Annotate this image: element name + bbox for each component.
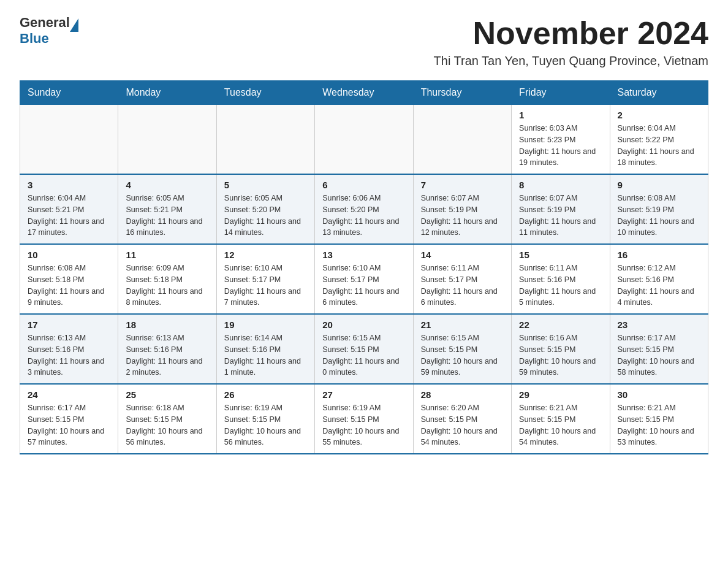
calendar-day-cell: 20Sunrise: 6:15 AM Sunset: 5:15 PM Dayli… xyxy=(315,314,413,384)
calendar-day-cell: 1Sunrise: 6:03 AM Sunset: 5:23 PM Daylig… xyxy=(512,105,610,175)
day-info: Sunrise: 6:11 AM Sunset: 5:16 PM Dayligh… xyxy=(519,262,602,308)
weekday-header-thursday: Thursday xyxy=(413,81,511,105)
day-number: 26 xyxy=(224,389,307,400)
calendar-day-cell: 2Sunrise: 6:04 AM Sunset: 5:22 PM Daylig… xyxy=(610,105,708,175)
calendar-day-cell xyxy=(118,105,216,175)
day-info: Sunrise: 6:20 AM Sunset: 5:15 PM Dayligh… xyxy=(421,402,504,448)
day-number: 7 xyxy=(421,180,504,190)
day-number: 25 xyxy=(126,389,208,400)
page-header: General Blue November 2024 Thi Tran Tan … xyxy=(20,15,708,75)
day-info: Sunrise: 6:10 AM Sunset: 5:17 PM Dayligh… xyxy=(322,262,405,308)
logo-text-general: General xyxy=(20,15,70,31)
day-info: Sunrise: 6:14 AM Sunset: 5:16 PM Dayligh… xyxy=(224,332,307,378)
day-info: Sunrise: 6:08 AM Sunset: 5:18 PM Dayligh… xyxy=(28,262,110,308)
weekday-header-saturday: Saturday xyxy=(610,81,708,105)
day-info: Sunrise: 6:03 AM Sunset: 5:23 PM Dayligh… xyxy=(519,123,602,169)
day-number: 8 xyxy=(519,180,602,190)
calendar-day-cell: 11Sunrise: 6:09 AM Sunset: 5:18 PM Dayli… xyxy=(118,244,216,314)
calendar-day-cell: 9Sunrise: 6:08 AM Sunset: 5:19 PM Daylig… xyxy=(610,174,708,244)
day-number: 18 xyxy=(126,320,208,330)
day-info: Sunrise: 6:13 AM Sunset: 5:16 PM Dayligh… xyxy=(28,332,110,378)
weekday-header-sunday: Sunday xyxy=(20,81,118,105)
day-number: 22 xyxy=(519,320,602,330)
day-info: Sunrise: 6:13 AM Sunset: 5:16 PM Dayligh… xyxy=(126,332,208,378)
calendar-week-row: 24Sunrise: 6:17 AM Sunset: 5:15 PM Dayli… xyxy=(20,384,708,454)
calendar-day-cell: 17Sunrise: 6:13 AM Sunset: 5:16 PM Dayli… xyxy=(20,314,118,384)
day-number: 19 xyxy=(224,320,307,330)
day-number: 28 xyxy=(421,389,504,400)
weekday-header-monday: Monday xyxy=(118,81,216,105)
day-info: Sunrise: 6:17 AM Sunset: 5:15 PM Dayligh… xyxy=(28,402,110,448)
day-number: 16 xyxy=(618,250,700,260)
day-info: Sunrise: 6:06 AM Sunset: 5:20 PM Dayligh… xyxy=(322,193,405,239)
day-info: Sunrise: 6:07 AM Sunset: 5:19 PM Dayligh… xyxy=(519,193,602,239)
day-number: 15 xyxy=(519,250,602,260)
calendar-week-row: 17Sunrise: 6:13 AM Sunset: 5:16 PM Dayli… xyxy=(20,314,708,384)
day-number: 20 xyxy=(322,320,405,330)
calendar-day-cell: 24Sunrise: 6:17 AM Sunset: 5:15 PM Dayli… xyxy=(20,384,118,454)
day-number: 21 xyxy=(421,320,504,330)
day-info: Sunrise: 6:15 AM Sunset: 5:15 PM Dayligh… xyxy=(421,332,504,378)
calendar-day-cell: 25Sunrise: 6:18 AM Sunset: 5:15 PM Dayli… xyxy=(118,384,216,454)
calendar-day-cell xyxy=(216,105,314,175)
calendar-day-cell: 5Sunrise: 6:05 AM Sunset: 5:20 PM Daylig… xyxy=(216,174,314,244)
calendar-day-cell: 12Sunrise: 6:10 AM Sunset: 5:17 PM Dayli… xyxy=(216,244,314,314)
day-number: 12 xyxy=(224,250,307,260)
calendar-day-cell: 15Sunrise: 6:11 AM Sunset: 5:16 PM Dayli… xyxy=(512,244,610,314)
calendar-day-cell xyxy=(315,105,413,175)
calendar-day-cell xyxy=(413,105,511,175)
calendar-day-cell: 8Sunrise: 6:07 AM Sunset: 5:19 PM Daylig… xyxy=(512,174,610,244)
day-info: Sunrise: 6:04 AM Sunset: 5:21 PM Dayligh… xyxy=(28,193,110,239)
calendar-day-cell: 10Sunrise: 6:08 AM Sunset: 5:18 PM Dayli… xyxy=(20,244,118,314)
calendar-day-cell: 7Sunrise: 6:07 AM Sunset: 5:19 PM Daylig… xyxy=(413,174,511,244)
calendar-week-row: 3Sunrise: 6:04 AM Sunset: 5:21 PM Daylig… xyxy=(20,174,708,244)
calendar-day-cell: 3Sunrise: 6:04 AM Sunset: 5:21 PM Daylig… xyxy=(20,174,118,244)
day-number: 11 xyxy=(126,250,208,260)
day-info: Sunrise: 6:12 AM Sunset: 5:16 PM Dayligh… xyxy=(618,262,700,308)
calendar-week-row: 1Sunrise: 6:03 AM Sunset: 5:23 PM Daylig… xyxy=(20,105,708,175)
calendar-day-cell: 28Sunrise: 6:20 AM Sunset: 5:15 PM Dayli… xyxy=(413,384,511,454)
calendar-day-cell xyxy=(20,105,118,175)
day-info: Sunrise: 6:09 AM Sunset: 5:18 PM Dayligh… xyxy=(126,262,208,308)
calendar-day-cell: 13Sunrise: 6:10 AM Sunset: 5:17 PM Dayli… xyxy=(315,244,413,314)
calendar-day-cell: 6Sunrise: 6:06 AM Sunset: 5:20 PM Daylig… xyxy=(315,174,413,244)
calendar-day-cell: 26Sunrise: 6:19 AM Sunset: 5:15 PM Dayli… xyxy=(216,384,314,454)
day-info: Sunrise: 6:18 AM Sunset: 5:15 PM Dayligh… xyxy=(126,402,208,448)
calendar-day-cell: 18Sunrise: 6:13 AM Sunset: 5:16 PM Dayli… xyxy=(118,314,216,384)
day-number: 17 xyxy=(28,320,110,330)
day-info: Sunrise: 6:15 AM Sunset: 5:15 PM Dayligh… xyxy=(322,332,405,378)
day-info: Sunrise: 6:05 AM Sunset: 5:20 PM Dayligh… xyxy=(224,193,307,239)
day-info: Sunrise: 6:21 AM Sunset: 5:15 PM Dayligh… xyxy=(519,402,602,448)
day-number: 27 xyxy=(322,389,405,400)
day-number: 14 xyxy=(421,250,504,260)
month-title: November 2024 xyxy=(434,15,708,52)
day-info: Sunrise: 6:10 AM Sunset: 5:17 PM Dayligh… xyxy=(224,262,307,308)
calendar-day-cell: 30Sunrise: 6:21 AM Sunset: 5:15 PM Dayli… xyxy=(610,384,708,454)
day-number: 10 xyxy=(28,250,110,260)
weekday-header-tuesday: Tuesday xyxy=(216,81,314,105)
day-number: 3 xyxy=(28,180,110,190)
day-info: Sunrise: 6:17 AM Sunset: 5:15 PM Dayligh… xyxy=(618,332,700,378)
weekday-header-row: SundayMondayTuesdayWednesdayThursdayFrid… xyxy=(20,81,708,105)
day-info: Sunrise: 6:19 AM Sunset: 5:15 PM Dayligh… xyxy=(322,402,405,448)
day-number: 4 xyxy=(126,180,208,190)
calendar-day-cell: 29Sunrise: 6:21 AM Sunset: 5:15 PM Dayli… xyxy=(512,384,610,454)
location-title: Thi Tran Tan Yen, Tuyen Quang Province, … xyxy=(434,54,708,68)
calendar-day-cell: 27Sunrise: 6:19 AM Sunset: 5:15 PM Dayli… xyxy=(315,384,413,454)
day-info: Sunrise: 6:19 AM Sunset: 5:15 PM Dayligh… xyxy=(224,402,307,448)
day-info: Sunrise: 6:07 AM Sunset: 5:19 PM Dayligh… xyxy=(421,193,504,239)
day-info: Sunrise: 6:04 AM Sunset: 5:22 PM Dayligh… xyxy=(618,123,700,169)
calendar-day-cell: 21Sunrise: 6:15 AM Sunset: 5:15 PM Dayli… xyxy=(413,314,511,384)
calendar-table: SundayMondayTuesdayWednesdayThursdayFrid… xyxy=(20,80,708,454)
calendar-day-cell: 4Sunrise: 6:05 AM Sunset: 5:21 PM Daylig… xyxy=(118,174,216,244)
day-number: 29 xyxy=(519,389,602,400)
day-number: 5 xyxy=(224,180,307,190)
calendar-day-cell: 19Sunrise: 6:14 AM Sunset: 5:16 PM Dayli… xyxy=(216,314,314,384)
day-info: Sunrise: 6:05 AM Sunset: 5:21 PM Dayligh… xyxy=(126,193,208,239)
logo-triangle-icon xyxy=(70,18,78,32)
day-info: Sunrise: 6:11 AM Sunset: 5:17 PM Dayligh… xyxy=(421,262,504,308)
day-number: 30 xyxy=(618,389,700,400)
day-number: 1 xyxy=(519,110,602,120)
day-number: 23 xyxy=(618,320,700,330)
weekday-header-wednesday: Wednesday xyxy=(315,81,413,105)
